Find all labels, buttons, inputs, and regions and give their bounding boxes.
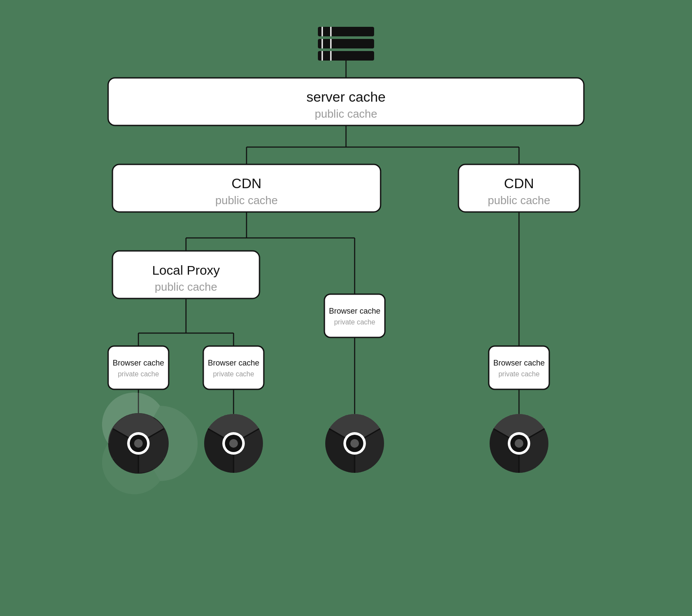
browser-cache-1-sublabel: private cache [118,370,159,378]
svg-rect-28 [203,346,264,389]
diagram-svg: server cache public cache CDN public cac… [99,17,593,601]
server-cache-label: server cache [306,89,385,105]
server-cache-sublabel: public cache [315,107,378,120]
svg-point-48 [134,439,143,448]
svg-rect-0 [318,51,374,61]
local-proxy-sublabel: public cache [155,280,218,293]
browser-cache-2-sublabel: private cache [213,370,254,378]
svg-rect-6 [318,27,374,36]
chrome-icon-4 [490,414,548,473]
cdn-right-sublabel: public cache [488,194,551,207]
chrome-icon-3 [325,414,384,473]
browser-cache-3-sublabel: private cache [334,318,375,326]
browser-cache-4-label: Browser cache [493,359,545,367]
svg-point-55 [229,439,238,448]
chrome-icon-1-v2 [109,414,168,473]
browser-cache-2-label: Browser cache [208,359,259,367]
cdn-left-sublabel: public cache [215,194,278,207]
svg-rect-3 [318,39,374,48]
local-proxy-label: Local Proxy [152,263,220,277]
cdn-left-label: CDN [231,176,261,191]
server-icon [318,27,374,61]
chrome-icon-2 [204,414,263,473]
svg-point-69 [515,439,523,448]
svg-point-62 [350,439,359,448]
svg-rect-29 [324,294,385,337]
cache-hierarchy-diagram: server cache public cache CDN public cac… [86,0,606,616]
browser-cache-1-label: Browser cache [112,359,164,367]
browser-cache-4-sublabel: private cache [498,370,539,378]
browser-cache-3-label: Browser cache [329,307,380,315]
cdn-right-label: CDN [504,176,534,191]
svg-rect-27 [108,346,169,389]
svg-rect-30 [489,346,549,389]
